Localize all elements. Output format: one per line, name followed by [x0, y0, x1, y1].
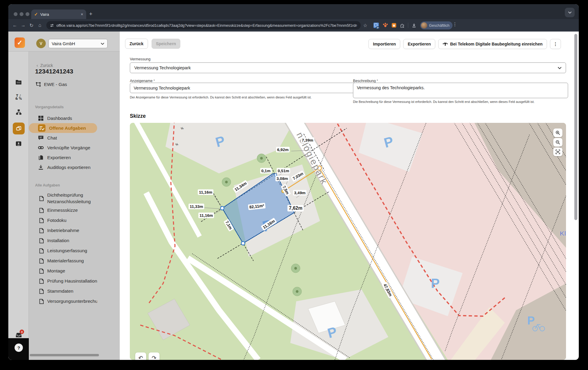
browser-profile-chip[interactable]: Geschäftlich: [420, 21, 453, 29]
back-link[interactable]: ‹ Zurück: [37, 63, 53, 68]
sidebar-horizontal-scrollbar[interactable]: [30, 354, 99, 356]
sidebar-item-label: Exportieren: [47, 154, 71, 161]
close-tab-icon[interactable]: ×: [81, 12, 83, 17]
browser-menu-icon[interactable]: ⋮: [453, 21, 457, 27]
address-bar[interactable]: office.vaira.app/o/c7be7mnm5f1rdro8tg2g/…: [46, 21, 361, 29]
window-close-button[interactable]: [14, 12, 18, 16]
new-tab-button[interactable]: +: [89, 11, 92, 17]
bookmark-star-icon[interactable]: ☆: [363, 21, 367, 29]
sidebar-item-auditlogs-exportieren[interactable]: Auditlogs exportieren: [29, 162, 97, 172]
avatar: [421, 22, 427, 29]
sidebar-item-stammdaten[interactable]: Stammdaten: [29, 286, 97, 296]
zoom-in-button[interactable]: [553, 128, 562, 137]
extension-docs-icon[interactable]: 9+: [373, 21, 379, 29]
sidebar-item-versorgungsunterbrechung[interactable]: Versorgungsunterbrechung: [29, 296, 97, 306]
reload-icon[interactable]: ↻: [27, 23, 36, 28]
zoom-out-button[interactable]: [553, 138, 562, 147]
project-item[interactable]: EWE - Gas: [35, 81, 67, 87]
map-poi-label: Kl: [560, 230, 566, 237]
sidebar-item-leistungserfassung[interactable]: Leistungserfassung: [29, 246, 97, 256]
site-settings-icon[interactable]: [50, 23, 54, 28]
document-icon: [39, 228, 44, 233]
sidebar-item-einmessskizze[interactable]: Einmessskizze: [29, 205, 97, 215]
extension-hubspot-icon[interactable]: [383, 21, 388, 29]
sidebar-item-fotodoku[interactable]: Fotodoku: [29, 215, 97, 225]
forward-icon[interactable]: →: [19, 23, 27, 28]
sidebar-item-inbetriebnahme[interactable]: Inbetriebnahme: [29, 225, 97, 236]
more-actions-button[interactable]: ⋮: [550, 39, 561, 49]
org-name: Vaira GmbH: [52, 41, 75, 46]
export-button[interactable]: Exportieren: [403, 39, 435, 49]
text-variables-icon[interactable]: T ♪& %: [8, 94, 29, 100]
anzeigename-label: Anzeigename*: [130, 79, 155, 83]
projects-folder-icon[interactable]: [8, 79, 29, 85]
beschreibung-label: Beschreibung*: [353, 79, 378, 83]
extension-sales-icon[interactable]: [391, 21, 397, 29]
fit-view-button[interactable]: [553, 148, 562, 156]
chevron-down-icon: [101, 43, 104, 45]
document-icon: [39, 196, 44, 201]
browser-tab-bar: ✓ Vaira × +: [8, 4, 579, 19]
save-button[interactable]: Speichern: [152, 39, 181, 49]
page-toolbar-right: Importieren Exportieren Bei Telekom Digi…: [368, 39, 561, 49]
document-icon: [39, 238, 44, 244]
undo-button[interactable]: ↶: [135, 352, 146, 360]
home-icon[interactable]: ⌂: [36, 23, 44, 28]
main-vertical-scrollbar[interactable]: [574, 34, 577, 220]
telekom-logo-icon: [443, 42, 448, 47]
tab-list-chevron-icon[interactable]: [565, 8, 575, 17]
parking-icon: P: [431, 276, 439, 291]
sidebar-item-exportieren[interactable]: Exportieren: [29, 153, 97, 162]
back-button[interactable]: Zurück: [125, 39, 148, 49]
sidebar-item-label: Verknüpfte Vorgänge: [47, 145, 90, 151]
instances-layers-icon[interactable]: [13, 123, 25, 134]
import-button[interactable]: Importieren: [368, 39, 400, 49]
extensions-puzzle-icon[interactable]: [400, 21, 405, 29]
sketch-heading: Skizze: [130, 113, 146, 119]
vertex-handle[interactable]: [220, 206, 224, 210]
sidebar-item-verknüpfte-vorgänge[interactable]: Verknüpfte Vorgänge: [29, 143, 97, 153]
beschreibung-helper: Die Beschreibung für diese Vermessung is…: [353, 100, 535, 104]
toolbar-separator: [408, 23, 408, 28]
window-minimize-button[interactable]: [20, 12, 23, 16]
vermessung-select[interactable]: Vermessung Technologiepark: [130, 62, 566, 73]
case-id: 12341241243: [35, 68, 73, 75]
sidebar-item-offene-aufgaben[interactable]: Offene Aufgaben: [29, 123, 97, 133]
browser-tab[interactable]: ✓ Vaira ×: [31, 10, 86, 19]
vertex-handle[interactable]: [241, 242, 245, 245]
parking-bicycle-icon: P: [527, 314, 535, 327]
sidebar: ✓ V Vaira GmbH T ♪& % 3: [8, 32, 120, 360]
redo-button[interactable]: ↷: [149, 352, 160, 360]
vaira-logo-icon[interactable]: ✓: [15, 37, 25, 48]
sidebar-item-materialerfassung[interactable]: Materialerfassung: [29, 256, 97, 266]
sidebar-item-label: Stammdaten: [47, 288, 73, 294]
inbox-tray-icon[interactable]: 3: [8, 332, 29, 338]
sidebar-item-label: Offene Aufgaben: [49, 125, 86, 131]
contacts-card-icon[interactable]: [8, 141, 29, 146]
document-icon: [39, 268, 44, 274]
back-icon[interactable]: ←: [11, 23, 19, 28]
vermessung-value: Vermessung Technologiepark: [134, 65, 191, 70]
workflow-icon[interactable]: [8, 109, 29, 115]
downloads-icon[interactable]: [412, 21, 417, 29]
sidebar-item-montage[interactable]: Montage: [29, 266, 97, 276]
org-select[interactable]: Vaira GmbH: [48, 39, 108, 48]
telekom-submit-button[interactable]: Bei Telekom Digitale Baubegleitung einre…: [438, 39, 547, 49]
window-zoom-button[interactable]: [26, 12, 29, 16]
vertex-handle-yellow[interactable]: [282, 190, 285, 193]
sidebar-item-prüfung-hausinstallation[interactable]: Prüfung Hausinstallation: [29, 276, 97, 286]
sketch-map[interactable]: P P P P P P ≠ ≠: [130, 123, 566, 360]
vertex-handle[interactable]: [274, 174, 277, 176]
profile-label: Geschäftlich: [429, 23, 450, 28]
sidebar-item-chat[interactable]: Chat: [29, 133, 97, 143]
link-icon: [38, 145, 44, 150]
sidebar-item-label: Dashboards: [47, 115, 72, 122]
help-button[interactable]: ?: [15, 344, 23, 352]
beschreibung-textarea[interactable]: Vermessung des Technologieparks.: [353, 83, 568, 98]
sidebar-item-label: Auditlogs exportieren: [47, 164, 91, 171]
sidebar-item-label: Materialerfassung: [47, 258, 84, 264]
sidebar-item-installation[interactable]: Installation: [29, 236, 97, 246]
sidebar-item-dichtheitsprüfung[interactable]: DichtheitsprüfungNetzanschlussleitung: [29, 192, 97, 205]
sidebar-item-dashboards[interactable]: Dashboards: [29, 113, 97, 123]
vermessung-label: Vermessung: [130, 57, 150, 61]
